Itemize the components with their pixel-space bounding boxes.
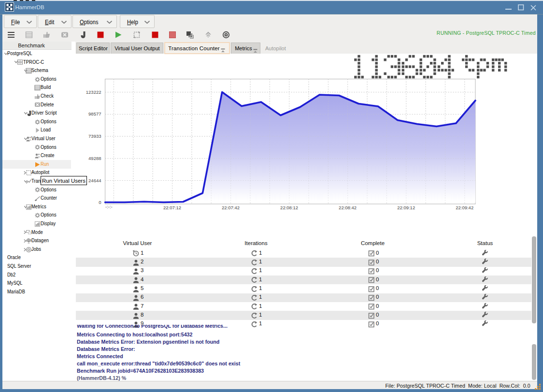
- svg-text:123222: 123222: [86, 89, 101, 95]
- svg-text:22:08:12: 22:08:12: [280, 205, 298, 210]
- svg-text:49288: 49288: [88, 156, 101, 161]
- svg-text:98577: 98577: [88, 111, 101, 116]
- svg-text:-:-:-: -:-:-: [105, 204, 113, 209]
- svg-text:22:07:12: 22:07:12: [163, 205, 181, 210]
- svg-text:73933: 73933: [88, 133, 101, 139]
- svg-text:22:09:42: 22:09:42: [456, 205, 473, 210]
- svg-text:22:07:42: 22:07:42: [222, 205, 240, 210]
- svg-text:0: 0: [99, 200, 101, 205]
- svg-text:22:08:42: 22:08:42: [339, 205, 357, 210]
- svg-text:22:09:12: 22:09:12: [397, 205, 415, 210]
- svg-text:24644: 24644: [88, 178, 101, 183]
